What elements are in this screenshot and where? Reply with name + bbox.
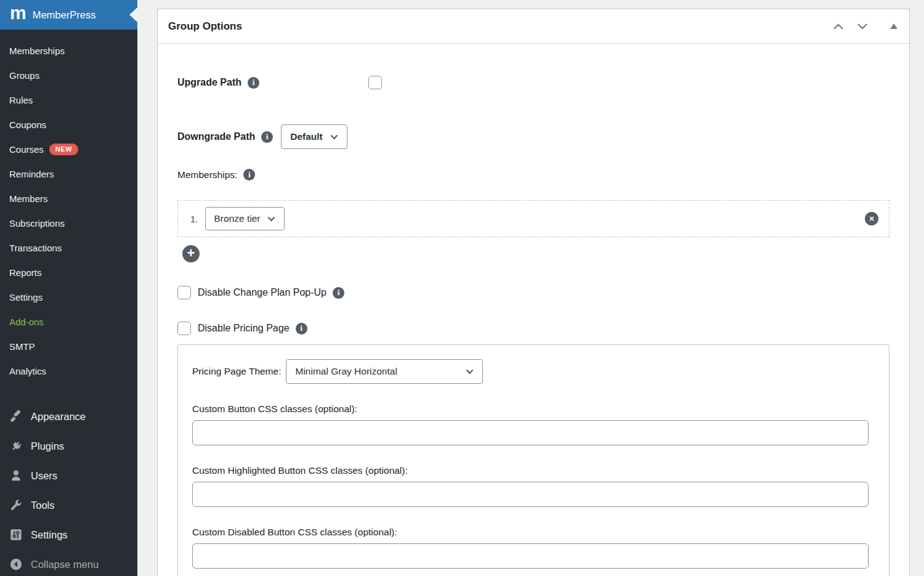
chevron-up-icon — [832, 22, 845, 31]
toggle-panel-button[interactable] — [879, 22, 899, 30]
info-icon[interactable]: i — [296, 323, 307, 335]
upgrade-path-label: Upgrade Path — [177, 77, 241, 88]
metabox-title: Group Options — [168, 20, 242, 33]
disable-change-plan-checkbox[interactable] — [177, 286, 191, 299]
sidebar-item-label: Appearance — [31, 411, 86, 423]
remove-membership-button[interactable]: ✕ — [865, 212, 878, 225]
disable-change-plan-row: Disable Change Plan Pop-Up i — [177, 286, 890, 299]
info-icon[interactable]: i — [248, 77, 259, 89]
sidebar-item-label: Transactions — [9, 243, 62, 253]
collapse-menu-button[interactable]: Collapse menu — [0, 550, 137, 576]
disable-pricing-page-label: Disable Pricing Page — [198, 323, 290, 334]
custom-button-css-label: Custom Button CSS classes (optional): — [192, 404, 869, 415]
membership-value: Bronze tier — [214, 213, 261, 224]
sidebar-item-label: Subscriptions — [9, 218, 65, 229]
chevron-down-icon — [856, 22, 869, 31]
triangle-up-icon — [890, 23, 898, 29]
custom-disabled-button-css-input[interactable] — [192, 543, 869, 569]
move-up-button[interactable] — [831, 20, 846, 33]
wrench-icon — [9, 498, 23, 512]
sidebar-item-label: Add-ons — [9, 317, 44, 327]
memberships-row: Memberships: i — [177, 169, 890, 181]
sidebar-item-users[interactable]: Users — [0, 461, 137, 490]
sidebar-item-smtp[interactable]: SMTP — [0, 334, 137, 359]
sidebar-item-label: Settings — [31, 529, 68, 541]
upgrade-path-row: Upgrade Path i — [177, 76, 890, 89]
brush-icon — [9, 410, 23, 423]
sidebar-item-rules[interactable]: Rules — [0, 87, 137, 112]
custom-button-css-input[interactable] — [192, 420, 869, 445]
membership-select[interactable]: Bronze tier — [205, 207, 285, 230]
main-content: Group Options Upgrade Path i — [137, 0, 924, 576]
sliders-icon — [9, 528, 23, 542]
group-options-metabox: Group Options Upgrade Path i — [157, 9, 910, 576]
pricing-theme-label: Pricing Page Theme: — [192, 366, 281, 377]
pricing-theme-value: Minimal Gray Horizontal — [295, 366, 397, 377]
downgrade-path-value: Default — [290, 131, 323, 142]
sidebar-item-label: Users — [31, 470, 57, 482]
pricing-theme-select[interactable]: Minimal Gray Horizontal — [286, 359, 483, 384]
pricing-theme-row: Pricing Page Theme: Minimal Gray Horizon… — [192, 359, 869, 384]
pricing-options-box: Pricing Page Theme: Minimal Gray Horizon… — [177, 344, 890, 576]
sidebar-item-label: Plugins — [31, 440, 64, 452]
sidebar-item-courses[interactable]: Courses NEW — [0, 137, 137, 161]
sidebar-item-wp-settings[interactable]: Settings — [0, 520, 137, 550]
downgrade-path-select[interactable]: Default — [281, 124, 347, 149]
metabox-controls — [831, 20, 899, 33]
wp-admin-menu: Appearance Plugins Users Tools — [0, 402, 137, 576]
memberpress-brand-label: MemberPress — [33, 9, 96, 21]
custom-disabled-button-css-label: Custom Disabled Button CSS classes (opti… — [192, 527, 869, 538]
sidebar-item-label: Rules — [9, 95, 33, 105]
sidebar-item-label: Memberships — [9, 46, 65, 56]
sidebar-item-label: Groups — [9, 70, 39, 81]
sidebar-item-subscriptions[interactable]: Subscriptions — [0, 211, 137, 235]
membership-row-index: 1. — [190, 214, 198, 224]
sidebar-item-memberships[interactable]: Memberships — [0, 38, 137, 63]
sidebar-item-transactions[interactable]: Transactions — [0, 235, 137, 260]
memberpress-menu-header[interactable]: m MemberPress — [0, 0, 137, 30]
metabox-header: Group Options — [158, 9, 909, 44]
active-menu-arrow-icon — [129, 7, 137, 22]
sidebar-item-reports[interactable]: Reports — [0, 260, 137, 285]
sidebar-item-reminders[interactable]: Reminders — [0, 161, 137, 186]
user-icon — [9, 469, 23, 482]
custom-highlighted-button-css-label: Custom Highlighted Button CSS classes (o… — [192, 465, 869, 476]
sidebar-item-coupons[interactable]: Coupons — [0, 112, 137, 137]
disable-change-plan-label: Disable Change Plan Pop-Up — [198, 287, 326, 298]
admin-sidebar: m MemberPress Memberships Groups Rules C… — [0, 0, 137, 576]
sidebar-item-members[interactable]: Members — [0, 186, 137, 211]
memberpress-logo-icon: m — [10, 5, 26, 21]
add-membership-button[interactable]: + — [182, 245, 200, 262]
metabox-body: Upgrade Path i Downgrade Path i Default … — [158, 44, 909, 576]
info-icon[interactable]: i — [333, 287, 344, 299]
membership-row-item: 1. Bronze tier ✕ — [177, 200, 890, 237]
memberships-label: Memberships: — [177, 169, 237, 181]
sidebar-item-plugins[interactable]: Plugins — [0, 431, 137, 461]
custom-highlighted-button-css-input[interactable] — [192, 482, 869, 507]
sidebar-item-label: Tools — [31, 500, 55, 511]
sidebar-item-label: Analytics — [9, 366, 46, 376]
info-icon[interactable]: i — [243, 169, 255, 181]
upgrade-path-checkbox[interactable] — [368, 76, 382, 89]
sidebar-item-appearance[interactable]: Appearance — [0, 402, 137, 431]
sidebar-item-label: Coupons — [9, 120, 46, 130]
sidebar-item-tools[interactable]: Tools — [0, 490, 137, 520]
chevron-down-icon — [267, 216, 275, 222]
sidebar-item-label: SMTP — [9, 341, 35, 352]
disable-pricing-page-checkbox[interactable] — [177, 322, 191, 335]
sidebar-item-label: Reports — [9, 267, 42, 278]
sidebar-item-label: Members — [9, 193, 48, 204]
sidebar-item-settings[interactable]: Settings — [0, 285, 137, 309]
sidebar-item-analytics[interactable]: Analytics — [0, 359, 137, 383]
move-down-button[interactable] — [855, 20, 870, 33]
info-icon[interactable]: i — [261, 131, 273, 143]
downgrade-path-label: Downgrade Path — [177, 131, 255, 142]
chevron-down-icon — [466, 369, 474, 375]
sidebar-item-groups[interactable]: Groups — [0, 63, 137, 87]
sidebar-item-label: Collapse menu — [31, 559, 99, 570]
chevron-down-icon — [330, 134, 338, 140]
disable-pricing-page-row: Disable Pricing Page i — [177, 322, 890, 335]
sidebar-item-add-ons[interactable]: Add-ons — [0, 309, 137, 334]
sidebar-item-label: Settings — [9, 292, 43, 302]
memberpress-submenu: Memberships Groups Rules Coupons Courses… — [0, 30, 137, 383]
